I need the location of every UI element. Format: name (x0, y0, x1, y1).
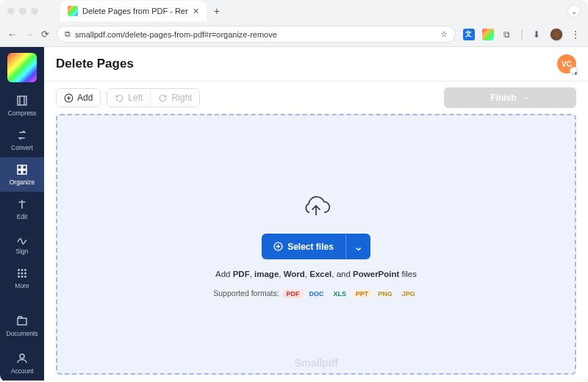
sidebar-item-compress[interactable]: Compress (0, 88, 44, 123)
extension-translate-icon[interactable]: 文 (463, 29, 475, 40)
app: Compress Convert Organize Edit Sign More… (0, 47, 588, 381)
svg-point-12 (21, 275, 24, 278)
select-files-group: Select files ⌄ (262, 234, 370, 259)
sidebar-item-organize[interactable]: Organize (0, 157, 44, 192)
documents-icon (15, 314, 29, 328)
close-window[interactable] (7, 7, 15, 15)
forward-button[interactable]: → (24, 29, 34, 40)
download-icon[interactable]: ⬇ (531, 29, 542, 40)
sidebar-item-label: Compress (8, 109, 37, 117)
format-badge-jpg: JPG (398, 289, 419, 298)
sidebar-item-label: Organize (10, 179, 35, 186)
sidebar-item-more[interactable]: More (0, 261, 44, 295)
select-files-button[interactable]: Select files (262, 234, 345, 259)
extension-smallpdf-icon[interactable] (482, 29, 494, 40)
sidebar-item-documents[interactable]: Documents (0, 309, 44, 343)
select-files-label: Select files (287, 242, 334, 252)
tab-favicon (68, 6, 78, 16)
add-label: Add (77, 93, 93, 103)
profile-avatar[interactable] (550, 28, 563, 41)
main-panel: Delete Pages VC ▾ Add Left (44, 47, 588, 381)
left-label: Left (128, 93, 143, 103)
extensions-puzzle-icon[interactable]: ⧉ (501, 29, 513, 40)
sidebar-item-label: Documents (7, 330, 38, 337)
plus-circle-icon (273, 242, 283, 251)
format-badge-pdf: PDF (283, 289, 304, 298)
site-info-icon[interactable]: ⧉ (65, 29, 71, 39)
dropzone[interactable]: Select files ⌄ Add PDF, image, Word, Exc… (56, 114, 576, 375)
rotate-right-icon (158, 93, 168, 103)
format-badge-xls: XLS (329, 289, 350, 298)
svg-point-10 (24, 273, 26, 275)
more-icon (15, 267, 29, 280)
format-badge-doc: DOC (305, 289, 327, 298)
rotate-right-button: Right (150, 89, 199, 107)
svg-rect-1 (18, 165, 21, 169)
watermark-text: Smallpdf (294, 356, 337, 369)
svg-point-7 (24, 269, 26, 271)
add-button[interactable]: Add (57, 89, 100, 107)
select-files-dropdown[interactable]: ⌄ (345, 234, 370, 259)
chevron-down-icon: ▾ (575, 71, 577, 76)
sidebar-item-label: Account (11, 367, 34, 375)
browser-expand-icon[interactable]: ⌄ (567, 4, 581, 18)
minimize-window[interactable] (19, 7, 26, 15)
svg-point-8 (18, 273, 20, 275)
tab-title: Delete Pages from PDF - Rer (82, 7, 188, 15)
convert-icon (15, 129, 29, 142)
maximize-window[interactable] (31, 7, 38, 15)
sidebar-item-account[interactable]: Account (0, 346, 44, 381)
sidebar-item-label: Convert (11, 144, 33, 151)
svg-point-11 (18, 275, 20, 278)
rotate-left-icon (115, 93, 124, 103)
sidebar-item-convert[interactable]: Convert (0, 123, 44, 157)
plus-circle-icon (64, 93, 74, 103)
svg-point-6 (21, 269, 24, 271)
svg-point-9 (21, 273, 24, 275)
tab-bar: Delete Pages from PDF - Rer ✕ + ⌄ (0, 0, 588, 22)
reload-button[interactable]: ⟳ (41, 29, 49, 40)
organize-icon (15, 163, 29, 176)
browser-chrome: Delete Pages from PDF - Rer ✕ + ⌄ ← → ⟳ … (0, 0, 588, 47)
new-tab-button[interactable]: + (207, 5, 227, 17)
arrow-right-icon: → (521, 93, 530, 103)
sidebar: Compress Convert Organize Edit Sign More… (0, 47, 44, 381)
chevron-down-icon: ⌄ (354, 239, 363, 253)
toolbar: Add Left Right Finish → (44, 82, 588, 114)
browser-actions: 文 ⧉ | ⬇ ⋮ (463, 28, 581, 41)
address-bar[interactable]: ⧉ smallpdf.com/delete-pages-from-pdf#r=o… (57, 26, 456, 43)
supported-formats: Supported formats: PDF DOC XLS PPT PNG J… (213, 289, 418, 298)
cloud-upload-icon (300, 191, 332, 223)
svg-point-5 (18, 269, 20, 271)
bookmark-star-icon[interactable]: ☆ (440, 29, 448, 39)
svg-rect-4 (23, 170, 26, 174)
account-icon (15, 352, 29, 365)
svg-rect-3 (18, 170, 21, 174)
finish-button[interactable]: Finish → (444, 87, 576, 108)
sidebar-item-label: Edit (17, 213, 28, 220)
page-title: Delete Pages (56, 57, 134, 71)
format-badge-ppt: PPT (352, 289, 373, 298)
browser-menu-icon[interactable]: ⋮ (570, 29, 581, 40)
window-controls[interactable] (7, 7, 38, 15)
svg-point-14 (20, 354, 24, 358)
nav-controls: ← → ⟳ (7, 29, 49, 40)
sidebar-item-label: Sign (15, 248, 28, 255)
user-menu[interactable]: VC ▾ (557, 54, 576, 73)
dropzone-description: Add PDF, image, Word, Excel, and PowerPo… (215, 270, 417, 278)
compress-icon (15, 94, 29, 107)
sidebar-item-sign[interactable]: Sign (0, 226, 44, 261)
smallpdf-logo[interactable] (7, 53, 37, 82)
sidebar-item-edit[interactable]: Edit (0, 192, 44, 226)
svg-rect-0 (18, 96, 26, 105)
tab-close-icon[interactable]: ✕ (193, 7, 199, 16)
sidebar-item-label: More (15, 282, 29, 289)
format-badge-png: PNG (374, 289, 396, 298)
svg-point-13 (24, 275, 26, 278)
back-button[interactable]: ← (7, 29, 17, 40)
url-bar: ← → ⟳ ⧉ smallpdf.com/delete-pages-from-p… (0, 22, 588, 46)
formats-label: Supported formats: (213, 289, 279, 298)
url-text: smallpdf.com/delete-pages-from-pdf#r=org… (75, 30, 277, 39)
sign-icon (15, 232, 29, 245)
browser-tab[interactable]: Delete Pages from PDF - Rer ✕ (60, 1, 207, 21)
